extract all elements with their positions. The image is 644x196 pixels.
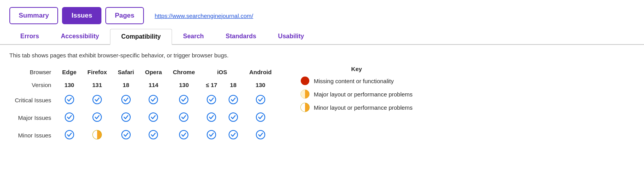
major-ios-le17 [200,109,223,127]
ios-version-le17: ≤ 17 [200,78,223,91]
svg-point-16 [65,130,74,139]
minor-issues-label: Minor Issues [9,127,57,144]
svg-point-21 [207,130,216,139]
browser-col-label: Browser [9,66,57,78]
critical-safari [112,91,140,109]
version-row-label: Version [9,78,57,91]
svg-point-2 [122,95,130,104]
svg-point-20 [179,130,188,139]
svg-point-0 [65,95,74,104]
svg-point-1 [93,95,101,104]
svg-point-7 [256,95,265,104]
tab-search[interactable]: Search [172,29,215,45]
key-row-minor: Minor layout or performance problems [300,103,412,112]
svg-point-23 [256,130,265,139]
svg-point-12 [179,113,188,121]
critical-ios-le17 [200,91,223,109]
safari-version: 18 [112,78,140,91]
critical-opera [140,91,167,109]
key-row-major: Major layout or performance problems [300,89,412,99]
svg-point-10 [122,113,130,121]
critical-issues-label: Critical Issues [9,91,57,109]
site-url-link[interactable]: https://www.searchenginejournal.com/ [155,12,254,19]
minor-ios-le17 [200,127,223,144]
minor-android [244,127,277,144]
key-major-label: Major layout or performance problems [314,91,412,98]
pages-button[interactable]: Pages [105,7,144,24]
key-title: Key [300,66,412,72]
firefox-version: 131 [82,78,112,91]
major-firefox [82,109,112,127]
browser-safari: Safari [112,66,140,78]
major-opera [140,109,167,127]
key-section: Key Missing content or functionality Maj… [300,66,412,116]
tab-description: This tab shows pages that exhibit browse… [0,45,644,62]
critical-chrome [167,91,200,109]
critical-edge [57,91,82,109]
svg-point-14 [229,113,238,121]
browser-chrome: Chrome [167,66,200,78]
browser-opera: Opera [140,66,167,78]
android-version: 130 [244,78,277,91]
svg-point-8 [65,113,74,121]
major-safari [112,109,140,127]
svg-point-15 [256,113,265,121]
tabs-bar: Errors Accessibility Compatibility Searc… [0,29,644,45]
svg-point-5 [207,95,216,104]
major-ios-18 [223,109,244,127]
browser-firefox: Firefox [82,66,112,78]
key-missing-label: Missing content or functionality [314,78,394,84]
critical-firefox [82,91,112,109]
chrome-version: 130 [167,78,200,91]
svg-point-3 [149,95,158,104]
top-bar: Summary Issues Pages https://www.searche… [0,0,644,29]
opera-version: 114 [140,78,167,91]
tab-compatibility[interactable]: Compatibility [110,29,172,45]
svg-point-6 [229,95,238,104]
tab-accessibility[interactable]: Accessibility [50,29,110,45]
tab-usability[interactable]: Usability [267,29,315,45]
issues-button[interactable]: Issues [62,7,101,24]
minor-ios-18 [223,127,244,144]
minor-firefox [82,127,112,144]
key-minor-label: Minor layout or performance problems [314,104,412,111]
minor-opera [140,127,167,144]
browser-edge: Edge [57,66,82,78]
tab-errors[interactable]: Errors [9,29,50,45]
minor-chrome [167,127,200,144]
svg-point-4 [179,95,188,104]
minor-safari [112,127,140,144]
svg-point-11 [149,113,158,121]
compatibility-table-section: Browser Edge Firefox Safari Opera Chrome… [0,62,644,152]
minor-edge [57,127,82,144]
svg-point-18 [122,130,130,139]
svg-point-19 [149,130,158,139]
svg-point-24 [301,77,309,85]
key-row-missing: Missing content or functionality [300,76,412,86]
browser-ios: iOS [200,66,244,78]
svg-point-9 [93,113,101,121]
browser-android: Android [244,66,277,78]
critical-ios-18 [223,91,244,109]
major-android [244,109,277,127]
ios-version-18: 18 [223,78,244,91]
major-edge [57,109,82,127]
summary-button[interactable]: Summary [9,7,58,24]
svg-point-22 [229,130,238,139]
critical-android [244,91,277,109]
major-chrome [167,109,200,127]
major-issues-label: Major Issues [9,109,57,127]
browser-compat-table: Browser Edge Firefox Safari Opera Chrome… [9,66,277,144]
tab-standards[interactable]: Standards [215,29,267,45]
svg-point-13 [207,113,216,121]
edge-version: 130 [57,78,82,91]
